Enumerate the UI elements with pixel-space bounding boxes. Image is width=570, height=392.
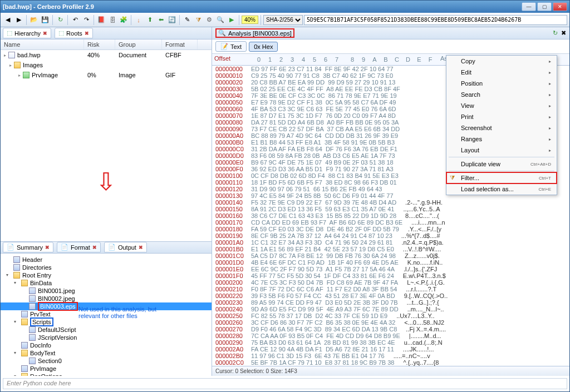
hex-row[interactable]: 00000180FA 59 CF E0 03 3C DE D8 DE 46 B2…: [212, 226, 569, 232]
ctx-copy[interactable]: Copy▸: [446, 56, 557, 67]
col-name[interactable]: Name: [1, 39, 84, 49]
hex-row[interactable]: 000001E0EE 6C 9C 2F F7 90 5D 73 A1 F5 7B…: [212, 266, 569, 272]
ctx-load-selection[interactable]: Load selection as...Ctrl+E: [446, 183, 557, 195]
ctx-ranges[interactable]: Ranges▸: [446, 133, 557, 145]
tree-node[interactable]: Header: [1, 256, 212, 264]
hex-row[interactable]: 000001D04B E4 6E 6F DC C1 F0 AD 1B 1F 40…: [212, 259, 569, 266]
tree-node[interactable]: ▾Root Entry: [1, 271, 212, 279]
tree-node[interactable]: ▾Scripts: [1, 318, 212, 326]
ctx-print[interactable]: Print▸: [446, 111, 557, 122]
cycle-icon[interactable]: 🔄: [167, 15, 177, 25]
col-format[interactable]: Format: [162, 39, 198, 49]
hierarchy-tree[interactable]: Name Risk Group Format ▸bad.hwp40%Docume…: [1, 39, 212, 123]
hex-row[interactable]: 00000170CD CA DD ED 69 EB 93 F7 AF B6 6D…: [212, 219, 569, 226]
close-tab-icon[interactable]: ✖: [43, 31, 47, 36]
close-tab-icon[interactable]: ✖: [45, 245, 50, 250]
view-hex-button[interactable]: 0x Hex: [249, 42, 278, 52]
tree-row[interactable]: ▸Images: [1, 60, 212, 70]
hex-row[interactable]: 00000210F0 8F 7F 72 DC 6C C6 AF 11 F7 E2…: [212, 286, 569, 292]
filter-icon[interactable]: ⧩: [193, 15, 203, 25]
tab-output[interactable]: 📄 Output ✖: [104, 242, 147, 252]
book-icon[interactable]: 📕: [96, 15, 106, 25]
hex-row[interactable]: 000001C05A C5 D7 8C 7A F8 BE 12 99 DB FB…: [212, 252, 569, 259]
ctx-filter[interactable]: ⧩ Filter...Ctrl+T: [446, 172, 557, 183]
hex-row[interactable]: 000002C05E BF 7B 1A CF 79 71 10 E8 37 81…: [212, 359, 569, 366]
view-text-button[interactable]: 📝 Text: [215, 41, 247, 52]
tree-node[interactable]: PrvImage: [1, 365, 212, 373]
hex-row[interactable]: 000001F045 FF 77 5C F5 5D 30 54 1F DF C4…: [212, 272, 569, 279]
hex-row[interactable]: 000002004C 7E C5 3C F3 50 D4 7B FD C8 69…: [212, 279, 569, 286]
hex-row[interactable]: 0000029075 BA B3 D0 63 61 64 1A 28 BD 81…: [212, 339, 569, 346]
tab-roots[interactable]: ⬚ Roots ✖: [55, 28, 93, 38]
tab-hierarchy[interactable]: ⬚ Hierarchy ✖: [3, 28, 51, 38]
go-up-icon[interactable]: ⬆: [145, 15, 155, 25]
tree-node[interactable]: ▾BinData: [1, 279, 212, 287]
tree-node[interactable]: ▾DocOptions: [1, 373, 212, 376]
minimize-button[interactable]: —: [522, 2, 536, 11]
db-icon[interactable]: 🗄: [107, 15, 117, 25]
ctx-edit[interactable]: Edit▸: [446, 67, 557, 78]
hex-row[interactable]: 000002409D A9 6D E5 FC D9 99 5F 4E A9 A3…: [212, 306, 569, 312]
hex-viewer[interactable]: Offset 0123456789ABCDEF Ascii 00000000ED…: [212, 54, 569, 366]
ctx-position[interactable]: Position▸: [446, 78, 557, 89]
hex-row[interactable]: 000001A01C C1 32 E7 34 A3 F3 3D C4 71 96…: [212, 239, 569, 246]
edit-icon[interactable]: ✎: [182, 15, 192, 25]
nav-back-icon[interactable]: ◀: [3, 15, 13, 25]
arrow-down-icon[interactable]: ↓: [134, 15, 144, 25]
tree-node[interactable]: Directories: [1, 264, 212, 271]
tree-node[interactable]: BIN0002.jpeg: [1, 295, 212, 302]
tree-node[interactable]: JScriptVersion: [1, 334, 212, 341]
tree-node[interactable]: DefaultJScript: [1, 326, 212, 334]
ctx-screenshot[interactable]: Screenshot▸: [446, 122, 557, 133]
hex-row[interactable]: 000002A0FA CE 12 90 4A 4B DA F1 D5 A6 72…: [212, 346, 569, 353]
close-tab-icon[interactable]: ✖: [139, 245, 143, 250]
tree-node[interactable]: DocInfo: [1, 341, 212, 349]
close-button[interactable]: ✕: [553, 2, 567, 11]
ctx-search[interactable]: Search▸: [446, 89, 557, 100]
nav-fwd-icon[interactable]: ▶: [14, 15, 24, 25]
redo-icon[interactable]: ↷: [81, 15, 91, 25]
hex-row[interactable]: 0000022039 F3 5B F6 F0 57 F4 CC 43 51 28…: [212, 292, 569, 299]
tab-summary[interactable]: 📄 Summary ✖: [3, 242, 53, 252]
hex-row[interactable]: 0000016038 C6 C7 DE C1 63 43 E3 15 B5 85…: [212, 212, 569, 219]
format-tree[interactable]: HeaderDirectories▾Root Entry▾BinDataBIN0…: [1, 254, 212, 376]
save-icon[interactable]: 💾: [40, 15, 50, 25]
tree-row[interactable]: ▸bad.hwp40%DocumentCFBF: [1, 50, 212, 60]
undo-icon[interactable]: ↶: [70, 15, 80, 25]
close-analysis-icon[interactable]: ✖: [561, 29, 566, 37]
tree-node[interactable]: ▾BodyText: [1, 349, 212, 357]
hex-row[interactable]: 00000250FC 82 55 78 37 17 DB D2 4C 33 7F…: [212, 312, 569, 319]
extension-icon[interactable]: 🧩: [119, 15, 129, 25]
hex-row[interactable]: 00000140F5 32 7E 9E C9 D9 22 E7 67 9D 39…: [212, 199, 569, 206]
play-icon[interactable]: ▶: [227, 15, 237, 25]
python-console-input[interactable]: Enter Python code here: [3, 378, 567, 389]
hex-row[interactable]: 000002807C CA AA 0F 93 B5 0F C4 FE 4D CD…: [212, 333, 569, 339]
col-risk[interactable]: Risk: [84, 39, 115, 49]
tab-format[interactable]: 📄 Format ✖: [57, 242, 101, 252]
ctx-layout[interactable]: Layout▸: [446, 145, 557, 156]
refresh-icon[interactable]: ↻: [55, 15, 65, 25]
hex-row[interactable]: 000001908E CF 9B 25 2A 7B 37 12 A4 64 24…: [212, 232, 569, 239]
close-tab-icon[interactable]: ✖: [85, 31, 89, 36]
hex-row[interactable]: 0000023089 A5 99 74 CE DD F9 47 D3 E0 5D…: [212, 299, 569, 306]
maximize-button[interactable]: ▢: [537, 2, 552, 11]
col-group[interactable]: Group: [115, 39, 162, 49]
search-icon[interactable]: 🔍: [215, 15, 225, 25]
tree-row[interactable]: ▸PrvImage0%ImageGIF: [1, 70, 212, 80]
tree-node[interactable]: BIN0001.jpeg: [1, 287, 212, 295]
hash-value-field[interactable]: [304, 15, 567, 25]
hex-row[interactable]: 00000270D9 F0 46 6A 58 F4 9C 3D 89 34 EC…: [212, 326, 569, 333]
refresh-icon[interactable]: ↻: [553, 29, 558, 37]
ctx-duplicate-view[interactable]: Duplicate viewCtrl+Alt+D: [446, 158, 557, 170]
close-tab-icon[interactable]: ✖: [92, 245, 97, 250]
tree-node[interactable]: Section0: [1, 357, 212, 365]
hex-row[interactable]: 000002B011 97 96 C1 3D 15 F3 6E 43 7E BB…: [212, 353, 569, 359]
gear-icon[interactable]: ⚙: [204, 15, 214, 25]
ctx-view[interactable]: View▸: [446, 100, 557, 111]
hash-algorithm-select[interactable]: SHA-2/256: [263, 15, 303, 25]
hex-row[interactable]: 000001508A 91 2C D3 ED 13 36 F5 59 63 E3…: [212, 206, 569, 212]
open-icon[interactable]: 📂: [29, 15, 39, 25]
hex-row[interactable]: 000001B0E1 1A E1 56 89 EF 21 B4 42 5E 23…: [212, 246, 569, 252]
arrow-left-green-icon[interactable]: ⬅: [156, 15, 166, 25]
hex-row[interactable]: 000002603C CF D6 86 30 F7 7F C2 B6 35 38…: [212, 319, 569, 326]
